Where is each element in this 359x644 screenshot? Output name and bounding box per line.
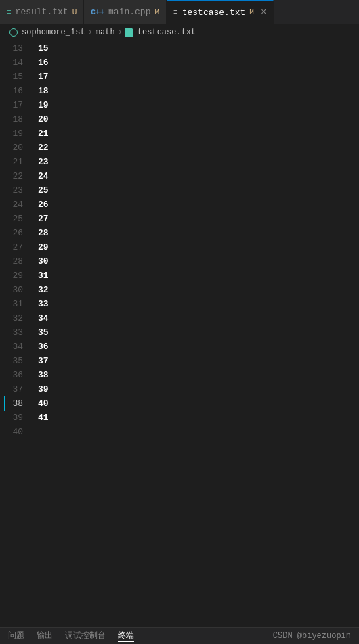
code-line-39[interactable]: 41 <box>38 411 359 425</box>
code-line-27[interactable]: 29 <box>38 240 359 254</box>
tab-result-txt[interactable]: ≡result.txtU <box>0 0 84 24</box>
breadcrumb-sep-0: › <box>88 28 93 37</box>
breadcrumb-item-1[interactable]: math <box>96 28 115 37</box>
code-line-21[interactable]: 23 <box>38 155 359 169</box>
line-number-34: 34 <box>4 340 26 354</box>
line-number-16: 16 <box>4 84 26 98</box>
tab-label-main-cpp: main.cpp <box>108 7 150 17</box>
tab-icon-main-cpp: C++ <box>91 8 104 16</box>
line-number-37: 37 <box>4 382 26 396</box>
tab-close-testcase-txt[interactable]: × <box>261 7 266 17</box>
line-number-24: 24 <box>4 198 26 212</box>
line-number-27: 27 <box>4 240 26 254</box>
code-line-36[interactable]: 38 <box>38 368 359 382</box>
code-line-34[interactable]: 36 <box>38 340 359 354</box>
tab-icon-testcase-txt: ≡ <box>173 8 178 16</box>
line-number-36: 36 <box>4 368 26 382</box>
line-number-35: 35 <box>4 354 26 368</box>
status-tab-问题[interactable]: 问题 <box>8 630 24 642</box>
code-line-26[interactable]: 28 <box>38 226 359 240</box>
line-number-40: 40 <box>4 425 26 439</box>
line-numbers: 1314151617181920212223242526272829303132… <box>0 41 33 627</box>
breadcrumb-root-icon <box>9 28 18 37</box>
tab-main-cpp[interactable]: C++main.cppM <box>84 0 167 24</box>
line-number-33: 33 <box>4 325 26 340</box>
code-line-17[interactable]: 19 <box>38 98 359 112</box>
code-line-25[interactable]: 27 <box>38 212 359 226</box>
breadcrumb-item-2: testcase.txt <box>138 28 196 37</box>
code-line-15[interactable]: 17 <box>38 70 359 84</box>
code-lines: 1516171819202122232425262728293031323334… <box>33 41 359 627</box>
tab-badge-testcase-txt: M <box>249 8 254 16</box>
line-number-19: 19 <box>4 127 26 141</box>
status-tab-调试控制台[interactable]: 调试控制台 <box>65 630 106 642</box>
code-line-38[interactable]: 40 <box>38 396 359 411</box>
line-number-26: 26 <box>4 226 26 240</box>
line-number-13: 13 <box>4 41 26 55</box>
tab-badge-main-cpp: M <box>154 8 159 16</box>
line-number-18: 18 <box>4 112 26 127</box>
line-number-22: 22 <box>4 169 26 183</box>
breadcrumb-item-0[interactable]: sophomore_1st <box>22 28 85 37</box>
breadcrumb-sep-1: › <box>118 28 123 37</box>
line-number-29: 29 <box>4 269 26 283</box>
breadcrumb: sophomore_1st›math›testcase.txt <box>0 24 359 41</box>
code-line-16[interactable]: 18 <box>38 84 359 98</box>
tab-icon-result-txt: ≡ <box>7 8 12 16</box>
code-line-20[interactable]: 22 <box>38 141 359 155</box>
status-right-text: CSDN @biyezuopin <box>273 631 351 641</box>
editor-area: 1314151617181920212223242526272829303132… <box>0 41 359 627</box>
code-line-28[interactable]: 30 <box>38 254 359 269</box>
line-number-17: 17 <box>4 98 26 112</box>
tab-label-testcase-txt: testcase.txt <box>182 7 246 18</box>
code-line-37[interactable]: 39 <box>38 382 359 396</box>
code-line-18[interactable]: 20 <box>38 112 359 127</box>
code-line-19[interactable]: 21 <box>38 127 359 141</box>
line-number-38: 38 <box>4 396 26 411</box>
line-number-30: 30 <box>4 283 26 297</box>
tab-badge-result-txt: U <box>72 8 77 16</box>
status-tab-输出[interactable]: 输出 <box>37 630 53 642</box>
line-number-23: 23 <box>4 183 26 198</box>
line-number-32: 32 <box>4 311 26 325</box>
tab-label-result-txt: result.txt <box>16 7 68 17</box>
tab-testcase-txt[interactable]: ≡testcase.txtM× <box>167 0 274 24</box>
code-line-33[interactable]: 35 <box>38 325 359 340</box>
line-number-31: 31 <box>4 297 26 311</box>
line-number-15: 15 <box>4 70 26 84</box>
code-line-29[interactable]: 31 <box>38 269 359 283</box>
status-bar: 问题输出调试控制台终端 CSDN @biyezuopin <box>0 627 359 644</box>
line-number-39: 39 <box>4 411 26 425</box>
code-line-23[interactable]: 25 <box>38 183 359 198</box>
line-number-25: 25 <box>4 212 26 226</box>
line-number-14: 14 <box>4 55 26 70</box>
code-line-22[interactable]: 24 <box>38 169 359 183</box>
code-line-13[interactable]: 15 <box>38 41 359 55</box>
line-number-21: 21 <box>4 155 26 169</box>
code-line-32[interactable]: 34 <box>38 311 359 325</box>
line-number-28: 28 <box>4 254 26 269</box>
code-line-40[interactable] <box>38 425 359 439</box>
code-line-24[interactable]: 26 <box>38 198 359 212</box>
line-number-20: 20 <box>4 141 26 155</box>
status-tab-终端[interactable]: 终端 <box>118 630 134 642</box>
code-line-30[interactable]: 32 <box>38 283 359 297</box>
code-line-14[interactable]: 16 <box>38 55 359 70</box>
code-line-35[interactable]: 37 <box>38 354 359 368</box>
status-tabs: 问题输出调试控制台终端 <box>8 630 134 642</box>
code-line-31[interactable]: 33 <box>38 297 359 311</box>
tab-bar: ≡result.txtUC++main.cppM≡testcase.txtM× <box>0 0 359 24</box>
breadcrumb-file-icon <box>125 28 133 37</box>
